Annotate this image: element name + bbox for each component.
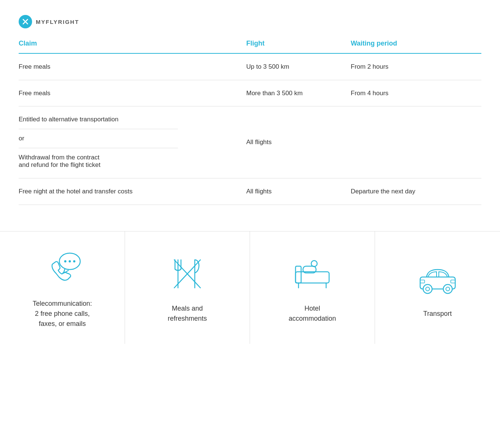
table-row: Free meals Up to 3 500 km From 2 hours [19, 54, 481, 80]
last-row-waiting: Departure the next day [351, 187, 481, 196]
col-header-claim: Claim [19, 40, 246, 47]
transport-label: Transport [423, 309, 451, 319]
complex-flight: All flights [246, 139, 351, 146]
svg-rect-22 [420, 280, 425, 283]
svg-point-18 [423, 284, 432, 293]
withdrawal-text: Withdrawal from the contract and refund … [19, 148, 246, 174]
meals-icon [165, 255, 210, 292]
svg-rect-11 [296, 272, 329, 283]
col-header-waiting: Waiting period [351, 40, 481, 47]
last-row-claim: Free night at the hotel and transfer cos… [19, 187, 246, 196]
header: MYFLYRIGHT [0, 0, 500, 36]
meals-card: Meals andrefreshments [125, 231, 250, 344]
hotel-label: Hotelaccommodation [288, 304, 336, 324]
complex-row: Entitled to alternative transportation o… [19, 106, 481, 178]
complex-claim-col: Entitled to alternative transportation o… [19, 106, 246, 178]
row2-flight: More than 3 500 km [246, 88, 351, 98]
svg-rect-23 [451, 280, 455, 283]
transport-card: Transport [375, 231, 500, 344]
logo-icon [19, 15, 32, 28]
svg-point-4 [69, 260, 71, 262]
last-row-flight: All flights [246, 187, 351, 196]
svg-rect-12 [296, 266, 301, 283]
table-row: Free meals More than 3 500 km From 4 hou… [19, 80, 481, 107]
col-header-flight: Flight [246, 40, 351, 47]
row2-claim: Free meals [19, 88, 246, 98]
logo-text: MYFLYRIGHT [36, 19, 79, 25]
svg-point-20 [443, 284, 452, 293]
row1-waiting: From 2 hours [351, 62, 481, 72]
svg-point-5 [73, 260, 75, 262]
icons-section: Telecommunication:2 free phone calls,fax… [0, 231, 500, 344]
table-header: Claim Flight Waiting period [19, 36, 481, 54]
or-text: or [19, 129, 246, 148]
svg-point-3 [64, 260, 66, 262]
table-row: Free night at the hotel and transfer cos… [19, 178, 481, 205]
hotel-icon [290, 255, 335, 292]
transport-icon [415, 260, 460, 298]
row1-flight: Up to 3 500 km [246, 62, 351, 72]
row1-claim: Free meals [19, 62, 246, 72]
table-section: Claim Flight Waiting period Free meals U… [0, 36, 500, 220]
telecom-icon [40, 250, 85, 287]
hotel-card: Hotelaccommodation [250, 231, 375, 344]
telecom-card: Telecommunication:2 free phone calls,fax… [0, 231, 125, 344]
row2-waiting: From 4 hours [351, 88, 481, 98]
meals-label: Meals andrefreshments [168, 304, 207, 324]
telecom-label: Telecommunication:2 free phone calls,fax… [32, 299, 92, 329]
svg-point-14 [311, 261, 317, 267]
entitled-text: Entitled to alternative transportation [19, 110, 246, 129]
